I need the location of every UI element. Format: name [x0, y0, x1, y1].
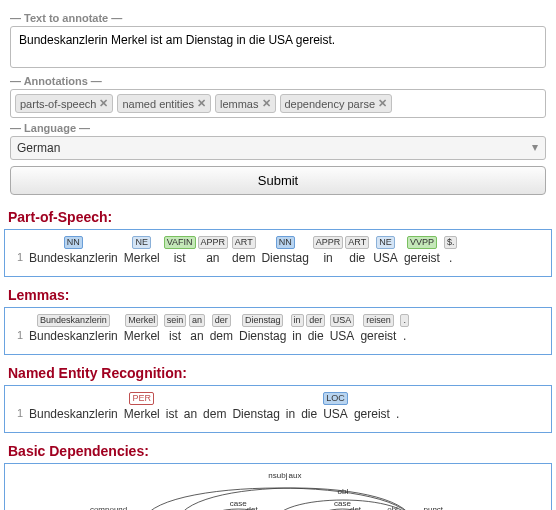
- token-tag: Dienstag: [242, 314, 284, 327]
- dep-panel: compoundnsubjauxcasedetoblcasedetoblpunc…: [4, 463, 552, 510]
- annotations-tags[interactable]: parts-of-speech✕named entities✕lemmas✕de…: [10, 89, 546, 118]
- token-tag: ART: [232, 236, 256, 249]
- token: Bundeskanzlerin: [27, 394, 120, 421]
- token: NEUSA: [371, 236, 400, 265]
- language-legend: — Language —: [10, 122, 546, 134]
- token: anan: [188, 314, 205, 343]
- token-word: die: [347, 251, 367, 265]
- token: APPRan: [198, 236, 229, 265]
- token-tag: NE: [132, 236, 151, 249]
- svg-text:case: case: [334, 499, 351, 508]
- token-word: Merkel: [122, 329, 162, 343]
- token-word: Merkel: [122, 407, 162, 421]
- text-input[interactable]: [10, 26, 546, 68]
- token-tag: $.: [444, 236, 458, 249]
- lemma-panel: 1BundeskanzlerinBundeskanzlerinMerkelMer…: [4, 307, 552, 355]
- token-word: USA: [371, 251, 400, 265]
- tag-label: lemmas: [220, 98, 259, 110]
- token-tag: NN: [64, 236, 83, 249]
- token-word: dem: [208, 329, 235, 343]
- token-word: .: [401, 329, 408, 343]
- line-number: 1: [9, 329, 23, 343]
- token-tag: ART: [345, 236, 369, 249]
- token-word: Bundeskanzlerin: [27, 407, 120, 421]
- line-number: 1: [9, 407, 23, 421]
- token: NNDienstag: [259, 236, 310, 265]
- token-tag: LOC: [323, 392, 348, 405]
- line-number: 1: [9, 251, 23, 265]
- dependency-arcs: compoundnsubjauxcasedetoblcasedetoblpunc…: [23, 468, 547, 510]
- token: MerkelMerkel: [122, 314, 162, 343]
- token: BundeskanzlerinBundeskanzlerin: [27, 314, 120, 343]
- token-word: Bundeskanzlerin: [27, 251, 120, 265]
- token-word: Dienstag: [230, 407, 281, 421]
- token: inin: [290, 314, 303, 343]
- close-icon[interactable]: ✕: [99, 97, 108, 110]
- token: $..: [444, 236, 458, 265]
- token-tag: sein: [164, 314, 187, 327]
- token: ..: [400, 314, 409, 343]
- language-select[interactable]: German: [10, 136, 546, 160]
- token-word: in: [284, 407, 297, 421]
- token-tag: der: [212, 314, 231, 327]
- token-word: die: [299, 407, 319, 421]
- token: ARTdem: [230, 236, 257, 265]
- token-word: dem: [230, 251, 257, 265]
- token-word: ist: [172, 251, 188, 265]
- token: USAUSA: [328, 314, 357, 343]
- token-tag: APPR: [198, 236, 229, 249]
- close-icon[interactable]: ✕: [262, 97, 271, 110]
- token: an: [182, 394, 199, 421]
- token-word: Bundeskanzlerin: [27, 329, 120, 343]
- svg-text:obl: obl: [338, 487, 349, 496]
- token: VAFINist: [164, 236, 196, 265]
- pos-panel: 1NNBundeskanzlerinNEMerkelVAFINistAPPRan…: [4, 229, 552, 277]
- tag-label: dependency parse: [285, 98, 376, 110]
- token: ARTdie: [345, 236, 369, 265]
- token-word: an: [182, 407, 199, 421]
- token: seinist: [164, 314, 187, 343]
- svg-text:aux: aux: [289, 471, 302, 480]
- svg-text:compound: compound: [90, 505, 127, 510]
- token: Dienstag: [230, 394, 281, 421]
- token-tag: VVPP: [407, 236, 437, 249]
- close-icon[interactable]: ✕: [197, 97, 206, 110]
- token-word: gereist: [352, 407, 392, 421]
- token-word: in: [290, 329, 303, 343]
- token-tag: reisen: [363, 314, 394, 327]
- token-tag: in: [291, 314, 304, 327]
- token: gereist: [352, 394, 392, 421]
- close-icon[interactable]: ✕: [378, 97, 387, 110]
- annotation-tag[interactable]: named entities✕: [117, 94, 211, 113]
- token-word: dem: [201, 407, 228, 421]
- token-tag: NN: [276, 236, 295, 249]
- token-word: ist: [167, 329, 183, 343]
- token-word: USA: [321, 407, 350, 421]
- token: ist: [164, 394, 180, 421]
- dep-title: Basic Dependencies:: [8, 443, 548, 459]
- token-tag: .: [400, 314, 409, 327]
- submit-button[interactable]: Submit: [10, 166, 546, 195]
- token: APPRin: [313, 236, 344, 265]
- svg-text:det: det: [350, 505, 362, 510]
- token: VVPPgereist: [402, 236, 442, 265]
- token-word: ist: [164, 407, 180, 421]
- annotation-tag[interactable]: lemmas✕: [215, 94, 276, 113]
- token-word: Dienstag: [237, 329, 288, 343]
- token-tag: Bundeskanzlerin: [37, 314, 110, 327]
- token-word: .: [447, 251, 454, 265]
- token: derdem: [208, 314, 235, 343]
- token-tag: NE: [376, 236, 395, 249]
- token-tag: APPR: [313, 236, 344, 249]
- annotation-tag[interactable]: dependency parse✕: [280, 94, 393, 113]
- svg-text:obl: obl: [387, 505, 398, 510]
- svg-text:punct: punct: [424, 505, 444, 510]
- token-word: an: [188, 329, 205, 343]
- lemma-title: Lemmas:: [8, 287, 548, 303]
- svg-text:det: det: [247, 505, 259, 510]
- annotation-tag[interactable]: parts-of-speech✕: [15, 94, 113, 113]
- token-word: an: [204, 251, 221, 265]
- token-word: gereist: [402, 251, 442, 265]
- token: dem: [201, 394, 228, 421]
- tag-label: parts-of-speech: [20, 98, 96, 110]
